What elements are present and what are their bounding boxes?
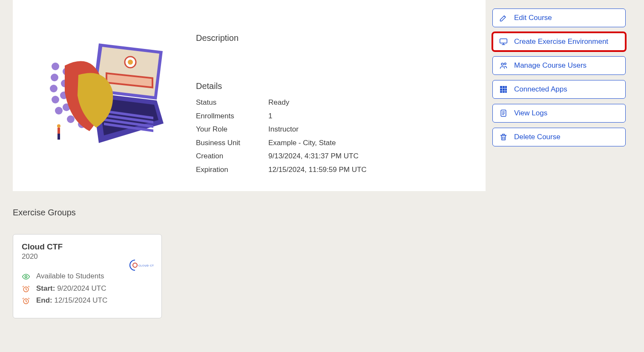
svg-point-30 [504, 63, 506, 65]
svg-point-43 [25, 276, 27, 278]
group-start-text: Start: 9/20/2024 UTC [36, 283, 106, 294]
detail-value-enrollments: 1 [268, 111, 451, 122]
group-end-text: End: 12/15/2024 UTC [36, 295, 107, 306]
svg-rect-28 [500, 39, 507, 43]
svg-rect-27 [58, 134, 60, 140]
detail-value-business-unit: Example - City, State [268, 137, 451, 149]
svg-rect-34 [500, 89, 502, 90]
clock-icon [22, 297, 30, 305]
create-exercise-environment-button[interactable]: Create Exercise Environment [492, 32, 626, 51]
eye-icon [22, 272, 30, 281]
svg-rect-36 [505, 89, 506, 90]
manage-course-users-button[interactable]: Manage Course Users [492, 56, 626, 75]
svg-point-25 [57, 124, 60, 128]
detail-label-business-unit: Business Unit [196, 137, 268, 149]
svg-rect-35 [503, 89, 504, 90]
detail-value-expiration: 12/15/2024, 11:59:59 PM UTC [268, 164, 451, 175]
apps-grid-icon [499, 85, 508, 94]
svg-point-5 [128, 60, 133, 65]
cloud-ctf-logo: CLOUD CTF [127, 258, 154, 273]
group-availability-text: Available to Students [36, 271, 104, 282]
svg-rect-38 [503, 91, 504, 92]
detail-value-status: Ready [268, 97, 451, 108]
description-heading: Description [196, 33, 451, 43]
detail-label-role: Your Role [196, 124, 268, 135]
svg-rect-33 [505, 86, 506, 88]
svg-point-21 [67, 115, 75, 123]
monitor-icon [499, 37, 508, 46]
svg-rect-31 [500, 86, 502, 88]
detail-value-role: Instructor [268, 124, 451, 135]
delete-course-label: Delete Course [514, 133, 561, 141]
manage-course-users-label: Manage Course Users [514, 61, 586, 70]
detail-label-creation: Creation [196, 151, 268, 162]
details-heading: Details [196, 81, 451, 91]
svg-point-14 [50, 85, 58, 92]
svg-point-12 [52, 63, 59, 70]
course-actions-panel: Edit Course Create Exercise Environment … [492, 9, 626, 146]
connected-apps-button[interactable]: Connected Apps [492, 80, 626, 99]
group-end-row: End: 12/15/2024 UTC [22, 295, 153, 306]
create-exercise-environment-label: Create Exercise Environment [514, 37, 608, 46]
group-end-label: End: [36, 296, 52, 304]
group-end-value: 12/15/2024 UTC [55, 296, 108, 304]
users-icon [499, 61, 508, 70]
view-logs-label: View Logs [514, 109, 547, 117]
exercise-group-title: Cloud CTF [22, 242, 153, 252]
svg-point-16 [55, 107, 63, 114]
edit-course-label: Edit Course [514, 14, 552, 22]
svg-point-41 [133, 263, 137, 267]
svg-text:CLOUD CTF: CLOUD CTF [138, 264, 154, 267]
exercise-group-card[interactable]: Cloud CTF 2020 CLOUD CTF Available to St… [13, 234, 162, 318]
pencil-icon [499, 13, 508, 23]
group-start-label: Start: [36, 284, 55, 292]
details-grid: Status Ready Enrollments 1 Your Role Ins… [196, 97, 451, 175]
svg-point-13 [51, 74, 58, 81]
clock-icon [22, 285, 30, 293]
trash-icon [499, 132, 508, 142]
course-overview-card: Description Details Status Ready Enrollm… [13, 0, 486, 191]
connected-apps-label: Connected Apps [514, 85, 567, 94]
delete-course-button[interactable]: Delete Course [492, 128, 626, 146]
svg-rect-37 [500, 91, 502, 92]
document-list-icon [499, 109, 508, 118]
svg-point-15 [52, 96, 59, 103]
edit-course-button[interactable]: Edit Course [492, 9, 626, 27]
svg-rect-26 [58, 128, 60, 134]
group-start-row: Start: 9/20/2024 UTC [22, 283, 153, 294]
svg-rect-32 [503, 86, 504, 88]
view-logs-button[interactable]: View Logs [492, 104, 626, 123]
svg-rect-39 [505, 91, 506, 92]
detail-label-enrollments: Enrollments [196, 111, 268, 122]
svg-point-29 [501, 63, 503, 65]
detail-value-creation: 9/13/2024, 4:31:37 PM UTC [268, 151, 451, 162]
detail-label-expiration: Expiration [196, 164, 268, 175]
course-illustration [49, 41, 173, 148]
group-start-value: 9/20/2024 UTC [57, 284, 106, 292]
exercise-groups-heading: Exercise Groups [13, 208, 76, 217]
detail-label-status: Status [196, 97, 268, 108]
